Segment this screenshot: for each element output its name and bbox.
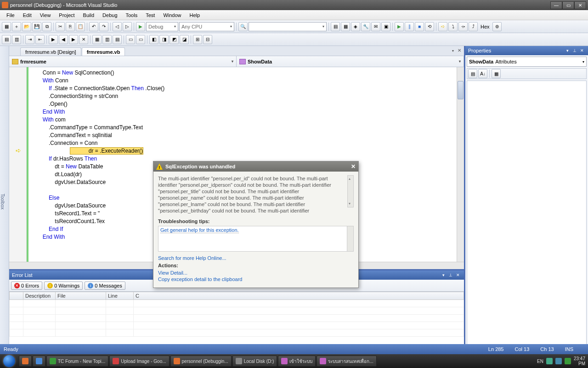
tip-link[interactable]: Get general help for this exception.: [160, 227, 239, 233]
indent-button[interactable]: ⇥: [25, 35, 34, 44]
comment-button[interactable]: ▤: [2, 35, 11, 44]
restart-button[interactable]: ⟲: [425, 22, 434, 31]
panel-dropdown-icon[interactable]: ▾: [440, 272, 447, 278]
t1[interactable]: ◧: [149, 35, 158, 44]
layout-size-button[interactable]: ▤: [113, 35, 122, 44]
tab-overflow-icon[interactable]: ▾: [452, 49, 454, 53]
warnings-filter[interactable]: !0 Warnings: [44, 282, 83, 290]
find-combo[interactable]: [249, 22, 327, 31]
open-button[interactable]: 📂: [22, 22, 31, 31]
taskbar-item[interactable]: เข้าใช้ระบบ: [278, 356, 316, 367]
config-dropdown[interactable]: Debug: [146, 22, 178, 31]
start-debug-button[interactable]: ▶: [136, 22, 145, 31]
menu-view[interactable]: View: [36, 12, 55, 19]
stop-button[interactable]: ■: [415, 22, 424, 31]
props-dropdown-icon[interactable]: ▾: [564, 47, 571, 54]
find-button[interactable]: 🔍: [238, 22, 248, 31]
step-into-button[interactable]: ⤵: [448, 22, 458, 31]
tab-design[interactable]: frmresume.vb [Design]: [20, 47, 81, 56]
maximize-button[interactable]: ▭: [562, 1, 574, 9]
add-item-button[interactable]: ＋: [12, 22, 21, 31]
paste-button[interactable]: 📋: [76, 22, 85, 31]
taskbar-item[interactable]: [33, 356, 45, 367]
command-window-button[interactable]: ▣: [381, 22, 390, 31]
hex-label[interactable]: Hex: [481, 24, 490, 29]
object-browser-button[interactable]: ◈: [351, 22, 360, 31]
cut-button[interactable]: ✂: [56, 22, 65, 31]
class-dropdown[interactable]: frmresume: [9, 56, 237, 67]
bookmark-button[interactable]: ▶: [49, 35, 58, 44]
menu-edit[interactable]: Edit: [19, 12, 35, 19]
redo-button[interactable]: ↷: [99, 22, 108, 31]
menu-build[interactable]: Build: [79, 12, 98, 19]
platform-dropdown[interactable]: Any CPU: [179, 22, 234, 31]
start-button[interactable]: [0, 354, 18, 368]
panel-pin-icon[interactable]: ⊥: [447, 272, 454, 278]
error-grid[interactable]: Description File Line C: [9, 292, 464, 344]
props-categorized-button[interactable]: ▤: [468, 69, 477, 78]
lock-button[interactable]: ▭: [136, 35, 145, 44]
menu-test[interactable]: Test: [142, 12, 158, 19]
props-pin-icon[interactable]: ⊥: [571, 47, 578, 54]
errors-filter[interactable]: ✕0 Errors: [11, 282, 42, 290]
props-object-selector[interactable]: ShowDataAttributes▾: [467, 57, 587, 67]
tips-scrollbar[interactable]: [347, 226, 353, 251]
start-page-button[interactable]: ✉: [371, 22, 380, 31]
menu-tools[interactable]: Tools: [122, 12, 141, 19]
menu-window[interactable]: Window: [159, 12, 185, 19]
uncomment-button[interactable]: ▥: [12, 35, 21, 44]
taskbar-item[interactable]: Upload Image - Goo...: [109, 356, 169, 367]
step-over-button[interactable]: ⤼: [458, 22, 468, 31]
pause-button[interactable]: ∥: [405, 22, 414, 31]
tab-order-button[interactable]: ▭: [126, 35, 135, 44]
tab-close-icon[interactable]: ✕: [458, 48, 461, 53]
taskbar-item[interactable]: personnel (Debuggin...: [170, 356, 232, 367]
lang-indicator[interactable]: EN: [537, 359, 543, 364]
props-alpha-button[interactable]: A↓: [478, 69, 487, 78]
props-close-icon[interactable]: ✕: [579, 47, 585, 54]
new-project-button[interactable]: ▦: [2, 22, 11, 31]
copy-exception-link[interactable]: Copy exception detail to the clipboard: [158, 276, 354, 282]
menu-help[interactable]: Help: [186, 12, 204, 19]
save-button[interactable]: 💾: [32, 22, 41, 31]
layout-grid-button[interactable]: ▦: [92, 35, 102, 44]
vertical-scrollbar[interactable]: [457, 67, 464, 262]
menu-debug[interactable]: Debug: [99, 12, 121, 19]
copy-button[interactable]: ⎘: [66, 22, 75, 31]
tray-icon[interactable]: [546, 358, 553, 364]
taskbar-item[interactable]: ระบบสารสนเทศเพื่อก...: [317, 356, 376, 367]
bookmark-clear-button[interactable]: ✕: [79, 35, 88, 44]
taskbar-item[interactable]: [19, 356, 32, 367]
t4[interactable]: ◪: [180, 35, 189, 44]
tab-code[interactable]: frmresume.vb: [82, 47, 125, 56]
breakpoints-button[interactable]: ⊚: [492, 22, 502, 31]
show-next-stmt-button[interactable]: ➪: [438, 22, 447, 31]
close-button[interactable]: ✕: [574, 1, 586, 9]
tray-icon[interactable]: [555, 358, 562, 364]
t2[interactable]: ◨: [159, 35, 169, 44]
method-dropdown[interactable]: ShowData: [237, 56, 464, 67]
msg-scrollbar[interactable]: [347, 175, 354, 207]
clock[interactable]: 23:47PM: [574, 356, 585, 366]
nav-back-button[interactable]: ◁: [113, 22, 122, 31]
menu-file[interactable]: File: [3, 12, 18, 19]
t5[interactable]: ⊞: [193, 35, 202, 44]
solution-explorer-button[interactable]: ▤: [331, 22, 340, 31]
toolbox-button[interactable]: 🔧: [361, 22, 370, 31]
undo-button[interactable]: ↶: [89, 22, 98, 31]
props-pages-button[interactable]: ▦: [492, 69, 501, 78]
outdent-button[interactable]: ⇤: [35, 35, 45, 44]
taskbar-item[interactable]: Local Disk (D:): [232, 356, 277, 367]
bookmark-prev-button[interactable]: ◀: [59, 35, 68, 44]
panel-close-icon[interactable]: ✕: [455, 272, 461, 278]
save-all-button[interactable]: ⧉: [42, 22, 51, 31]
bookmark-next-button[interactable]: ▶: [69, 35, 78, 44]
popup-close-icon[interactable]: ✕: [351, 163, 356, 170]
menu-project[interactable]: Project: [55, 12, 78, 19]
properties-button[interactable]: ▦: [341, 22, 350, 31]
props-grid[interactable]: [467, 80, 587, 353]
layout-align-button[interactable]: ▥: [102, 35, 112, 44]
messages-filter[interactable]: i0 Messages: [85, 282, 125, 290]
t6[interactable]: ⊟: [203, 35, 212, 44]
view-detail-link[interactable]: View Detail...: [158, 270, 354, 276]
